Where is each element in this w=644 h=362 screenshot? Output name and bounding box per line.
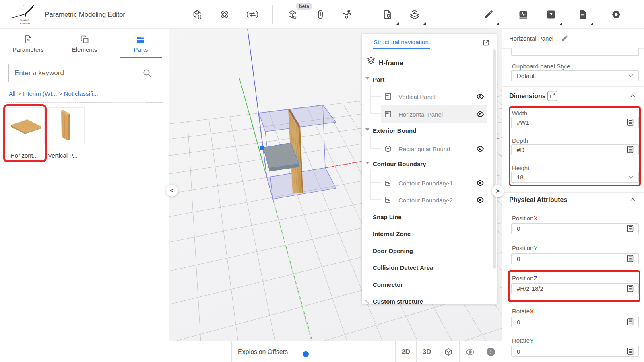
- svg-text:?: ?: [549, 12, 553, 18]
- svg-text:SeaGull: SeaGull: [20, 19, 29, 22]
- svg-text:Cabinets: Cabinets: [20, 22, 30, 25]
- svg-text:fx: fx: [293, 15, 297, 19]
